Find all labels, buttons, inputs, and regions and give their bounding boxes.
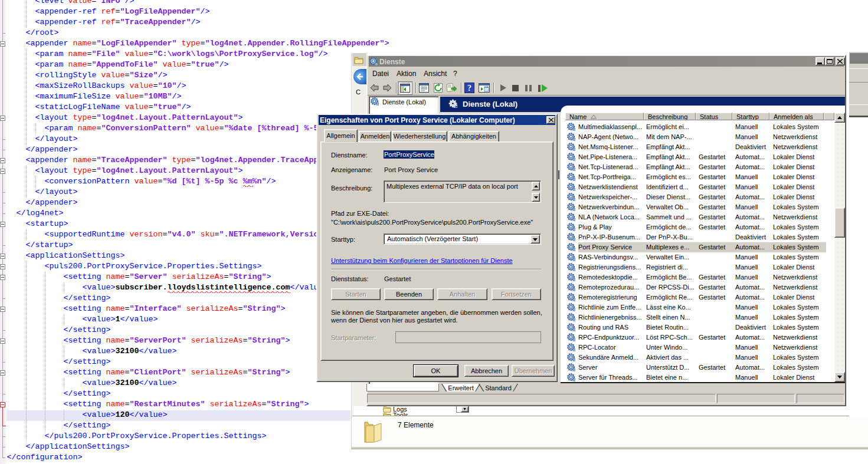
svg-text:?: ?: [467, 84, 471, 93]
